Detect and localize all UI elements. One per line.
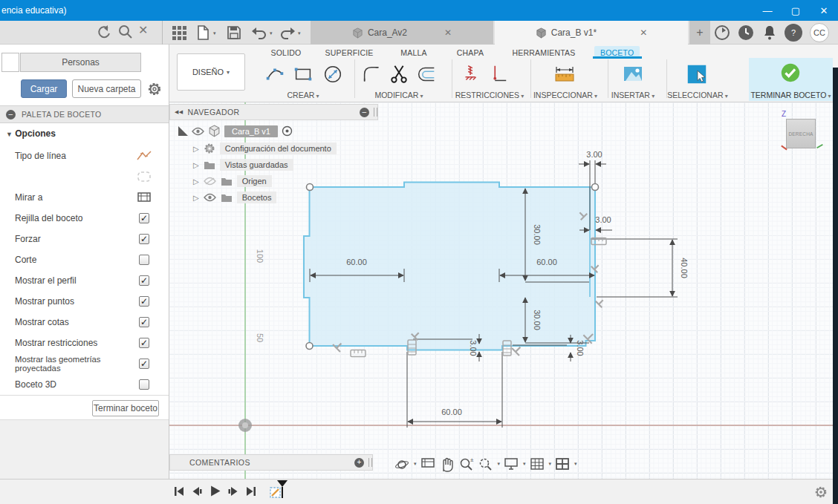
tree-item-origin[interactable]: ▷ Origen — [193, 175, 272, 187]
close-tab-icon[interactable]: ✕ — [444, 27, 452, 38]
checkbox-mostrar-puntos[interactable] — [139, 296, 149, 307]
ribbon-tab-solido[interactable]: SOLIDO — [266, 46, 306, 59]
comments-grip[interactable] — [368, 458, 372, 467]
close-window-button[interactable]: ✕ — [810, 0, 838, 21]
activate-radio-icon[interactable] — [282, 125, 293, 137]
grid-caret-icon[interactable]: ▾ — [549, 461, 552, 467]
undo-icon[interactable] — [251, 24, 267, 41]
viewports-icon[interactable] — [554, 456, 571, 472]
collapse-left-icon[interactable]: ◀◀ — [175, 109, 183, 115]
group-label-insertar[interactable]: INSERTAR — [607, 91, 659, 99]
tree-item-sketches[interactable]: ▷ Bocetos — [193, 192, 276, 203]
expander-icon[interactable]: ▷ — [193, 177, 199, 186]
eye-icon[interactable] — [192, 127, 204, 136]
checkbox-mostrar-restricciones[interactable] — [139, 338, 149, 348]
apps-grid-icon[interactable] — [171, 24, 187, 41]
select-tool-icon[interactable] — [685, 62, 709, 86]
navigator-collapse-icon[interactable]: – — [360, 108, 369, 117]
group-label-inspeccionar[interactable]: INSPECCIONAR — [528, 91, 602, 99]
tree-item-label[interactable]: Origen — [237, 175, 272, 187]
doc-tab-cara-b[interactable]: Cara_B v1* ✕ — [495, 21, 688, 45]
line-type-icon[interactable] — [136, 149, 152, 163]
group-label-seleccionar[interactable]: SELECCIONAR — [666, 91, 730, 99]
options-header[interactable]: ▼ Opciones — [6, 128, 56, 139]
look-at-icon[interactable] — [136, 191, 152, 204]
recent-clock-icon[interactable] — [737, 24, 755, 42]
zoom-icon[interactable]: ± — [458, 456, 475, 472]
look-at-icon[interactable] — [420, 456, 436, 472]
expander-icon[interactable]: ▷ — [193, 194, 199, 202]
modify-fillet-icon[interactable] — [360, 62, 383, 86]
tree-root-label[interactable]: Cara_B v1 — [224, 125, 278, 137]
sketch-canvas[interactable]: 100 50 — [169, 102, 838, 479]
viewports-caret-icon[interactable]: ▾ — [574, 461, 577, 467]
group-label-restricciones[interactable]: RESTRICCIONES — [449, 91, 530, 99]
checkbox-mostrar-perfil[interactable] — [139, 275, 149, 286]
display-caret-icon[interactable]: ▾ — [523, 461, 526, 467]
tree-item-label[interactable]: Vistas guardadas — [220, 159, 293, 171]
create-circle-icon[interactable] — [321, 62, 345, 86]
tree-item-label[interactable]: Configuración del documento — [220, 143, 337, 154]
navigator-grip[interactable] — [374, 108, 377, 117]
checkbox-rejilla[interactable] — [139, 213, 149, 223]
tree-root-row[interactable]: Cara_B v1 — [178, 125, 293, 137]
ribbon-tab-malla[interactable]: MALLA — [397, 46, 431, 59]
group-label-terminar-boceto[interactable]: TERMINAR BOCETO — [749, 91, 833, 99]
checkbox-mostrar-cotas[interactable] — [139, 317, 149, 327]
job-status-icon[interactable] — [713, 24, 731, 42]
tree-item-label[interactable]: Bocetos — [237, 192, 277, 203]
doc-tab-cara-av2[interactable]: Cara_Av2 ✕ — [311, 21, 493, 45]
settings-gear-icon[interactable] — [147, 82, 162, 96]
checkbox-geometrias-proyectadas[interactable] — [139, 359, 149, 369]
notifications-bell-icon[interactable] — [761, 24, 779, 42]
timeline-scrubber[interactable] — [276, 480, 288, 499]
upload-button[interactable]: Cargar — [21, 79, 67, 98]
comments-add-icon[interactable]: + — [354, 458, 364, 468]
design-workspace-button[interactable]: DISEÑO — [177, 53, 245, 91]
step-forward-icon[interactable] — [228, 486, 238, 497]
expander-icon[interactable]: ▷ — [193, 145, 199, 153]
timeline-settings-gear-icon[interactable] — [814, 485, 828, 499]
undo-caret-icon[interactable]: ▾ — [270, 30, 273, 36]
group-label-modificar[interactable]: MODIFICAR — [366, 91, 432, 99]
redo-icon[interactable] — [279, 24, 296, 41]
display-settings-icon[interactable] — [503, 456, 519, 472]
insert-image-icon[interactable] — [621, 62, 645, 86]
collapse-panel-icon[interactable]: – — [6, 110, 16, 120]
create-rectangle-icon[interactable] — [291, 62, 315, 86]
inspect-measure-icon[interactable] — [553, 62, 576, 86]
play-icon[interactable] — [210, 485, 221, 497]
file-new-caret-icon[interactable]: ▾ — [213, 30, 216, 36]
ribbon-tab-chapa[interactable]: CHAPA — [452, 46, 489, 59]
expander-icon[interactable]: ▷ — [193, 161, 199, 169]
step-back-icon[interactable] — [192, 486, 202, 497]
checkbox-corte[interactable] — [139, 255, 149, 265]
ribbon-tab-superficie[interactable]: SUPERFICIE — [324, 46, 374, 59]
disabled-curve-icon[interactable] — [136, 170, 152, 183]
refresh-icon[interactable] — [95, 24, 111, 40]
tree-item-doc-settings[interactable]: ▷ Configuración del documento — [193, 143, 337, 154]
modify-trim-scissors-icon[interactable] — [387, 62, 411, 86]
constraint-coincident-icon[interactable] — [486, 62, 510, 86]
go-to-end-icon[interactable] — [246, 486, 256, 497]
new-tab-button[interactable]: + — [689, 21, 710, 45]
grid-settings-icon[interactable] — [529, 456, 545, 472]
redo-caret-icon[interactable]: ▾ — [298, 30, 301, 36]
orbit-icon[interactable] — [394, 456, 410, 472]
close-tab-icon[interactable]: ✕ — [640, 27, 647, 38]
eye-off-icon[interactable] — [204, 177, 216, 186]
save-icon[interactable] — [226, 24, 242, 41]
comments-bar[interactable]: COMENTARIOS + — [169, 454, 373, 471]
file-new-icon[interactable] — [195, 24, 211, 41]
avatar[interactable]: CC — [810, 23, 829, 42]
zoom-window-icon[interactable] — [478, 456, 494, 472]
group-label-crear[interactable]: CREAR — [273, 91, 333, 99]
pan-hand-icon[interactable] — [439, 456, 455, 472]
zoom-window-caret-icon[interactable]: ▾ — [498, 461, 501, 467]
data-tab[interactable] — [1, 53, 19, 72]
go-to-start-icon[interactable] — [174, 486, 184, 497]
modify-offset-icon[interactable] — [415, 62, 438, 86]
close-panel-icon[interactable]: ✕ — [138, 23, 148, 37]
orbit-caret-icon[interactable]: ▾ — [414, 461, 417, 467]
help-icon[interactable]: ? — [785, 24, 802, 42]
